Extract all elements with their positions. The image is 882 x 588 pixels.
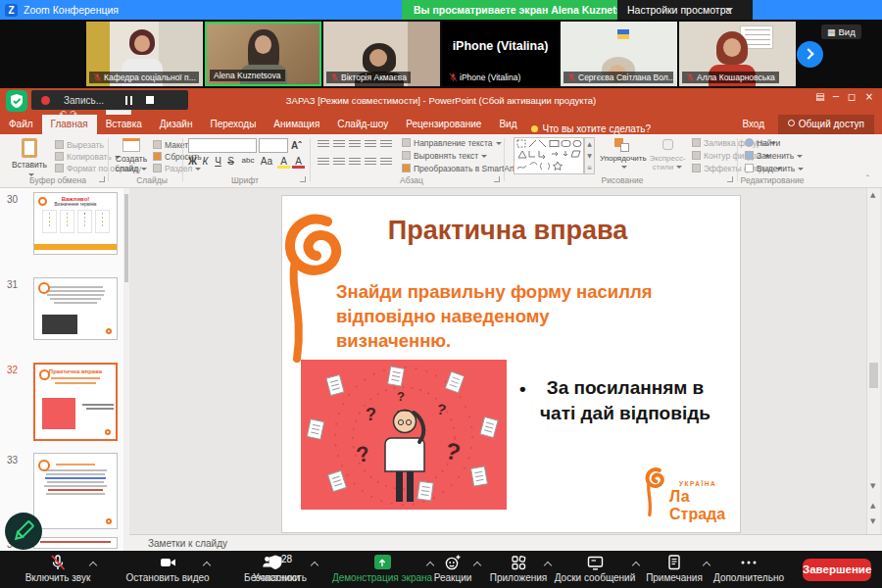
video-tile[interactable]: Алла Кошарновська bbox=[679, 22, 796, 86]
slide-thumbnail-30[interactable]: Важливо! Визначення термінів bbox=[33, 192, 118, 255]
tab-review[interactable]: Рецензирование bbox=[397, 115, 490, 134]
scroll-up-icon[interactable]: ▲ bbox=[870, 191, 875, 199]
more-dots-icon bbox=[739, 554, 759, 571]
video-tile[interactable]: Вікторія Акмаєва bbox=[323, 22, 440, 86]
restore-icon[interactable]: ◻ bbox=[843, 91, 860, 102]
logo-country-label: УКРАЇНА bbox=[679, 480, 716, 487]
highlight-color-button[interactable]: А bbox=[277, 156, 290, 169]
alignment-buttons[interactable] bbox=[318, 158, 396, 169]
video-tile[interactable]: Сергєєва Світлана Вол... bbox=[561, 22, 677, 86]
participants-button[interactable]: 28 Участники bbox=[231, 554, 321, 583]
justify-icon bbox=[365, 158, 376, 167]
strikethrough-button[interactable]: S bbox=[224, 156, 237, 167]
slide-thumbnail-34-partial[interactable] bbox=[33, 537, 118, 549]
slide-thumbnail-31[interactable] bbox=[33, 277, 118, 340]
slide-thumbnail-32-selected[interactable]: Практична вправа bbox=[33, 363, 118, 441]
tab-home[interactable]: Главная bbox=[42, 115, 97, 134]
change-case-button[interactable]: Аа bbox=[258, 156, 275, 167]
paragraph-dialog-launcher[interactable] bbox=[494, 176, 500, 182]
share-screen-icon bbox=[374, 555, 391, 569]
grow-font-button[interactable]: Аˆ bbox=[291, 140, 302, 151]
stop-recording-icon[interactable] bbox=[146, 96, 154, 104]
reactions-label: Реакции bbox=[425, 572, 480, 583]
replace-button[interactable]: Заменить bbox=[745, 151, 803, 161]
slide-thumbnail-panel[interactable]: 30 Важливо! Визначення термінів 31 bbox=[0, 188, 129, 551]
shapes-gallery-scroll[interactable]: ▲▼≡ bbox=[584, 137, 595, 174]
group-divider bbox=[504, 138, 505, 181]
font-dialog-launcher[interactable] bbox=[300, 176, 306, 182]
recording-label: Запись... bbox=[64, 95, 104, 106]
share-button[interactable]: Общий доступ bbox=[778, 115, 874, 134]
font-group-label: Шрифт bbox=[211, 175, 279, 185]
tab-transitions[interactable]: Переходы bbox=[201, 115, 265, 134]
whiteboards-button[interactable]: Доски сообщений bbox=[549, 554, 641, 583]
apps-icon bbox=[510, 554, 527, 571]
tab-animations[interactable]: Анимация bbox=[265, 115, 328, 134]
tab-design[interactable]: Дизайн bbox=[151, 115, 202, 134]
previous-slide-button[interactable]: ▲ bbox=[870, 502, 875, 510]
font-size-combobox[interactable] bbox=[259, 138, 288, 153]
close-icon[interactable]: × bbox=[860, 91, 878, 102]
thumbnail-scrollbar[interactable] bbox=[123, 188, 129, 551]
slide-thumbnail-33[interactable] bbox=[33, 453, 118, 529]
tab-view[interactable]: Вид bbox=[490, 115, 525, 134]
next-slide-button[interactable]: ▼ bbox=[870, 517, 875, 525]
video-tile[interactable]: iPhone (Vitalina) iPhone (Vitalina) bbox=[442, 22, 559, 86]
bold-button[interactable]: Ж bbox=[186, 156, 199, 167]
font-name-combobox[interactable] bbox=[188, 138, 257, 153]
annotate-button[interactable] bbox=[5, 513, 42, 550]
paste-button[interactable]: Вставить bbox=[8, 138, 51, 179]
slide-area-scrollbar[interactable]: ▲ ▼ ▲ ▼ bbox=[866, 188, 880, 534]
tell-me-box[interactable]: Что вы хотите сделать? bbox=[531, 123, 651, 134]
sign-in-link[interactable]: Вход bbox=[742, 119, 764, 129]
smartart-button[interactable]: Преобразовать в SmartArt bbox=[402, 164, 523, 173]
svg-text:?: ? bbox=[366, 405, 376, 424]
clipboard-dialog-launcher[interactable] bbox=[99, 176, 105, 182]
cut-button[interactable]: Вырезать bbox=[55, 140, 104, 150]
notes-pane[interactable]: Заметки к слайду bbox=[129, 534, 882, 551]
align-left-icon bbox=[318, 158, 329, 167]
collapse-ribbon-button[interactable]: ˆ bbox=[866, 173, 869, 183]
tab-file[interactable]: Файл bbox=[0, 115, 42, 134]
character-spacing-button[interactable]: abc bbox=[238, 156, 258, 165]
slide-canvas[interactable]: Практична вправа Знайди правильну форму … bbox=[282, 196, 740, 532]
share-screen-button[interactable]: Демонстрация экрана bbox=[325, 554, 439, 583]
smartart-label: Преобразовать в SmartArt bbox=[414, 164, 514, 173]
stop-video-button[interactable]: Остановить видео bbox=[114, 554, 221, 583]
quick-styles-button[interactable]: Экспресс- стили bbox=[647, 138, 688, 172]
select-button[interactable]: Выделить bbox=[745, 164, 804, 173]
mic-muted-icon bbox=[449, 73, 458, 82]
font-color-button[interactable]: А bbox=[292, 156, 305, 169]
tab-slideshow[interactable]: Слайд-шоу bbox=[328, 115, 397, 134]
shapes-gallery[interactable] bbox=[514, 137, 584, 174]
reactions-button[interactable]: Реакции bbox=[425, 554, 480, 583]
end-meeting-button[interactable]: Завершение bbox=[803, 559, 871, 581]
scrollbar-thumb[interactable] bbox=[124, 194, 128, 282]
find-button[interactable]: Найти bbox=[745, 138, 780, 148]
indent-decrease-icon bbox=[349, 140, 361, 149]
underline-button[interactable]: Ч bbox=[212, 156, 224, 167]
select-icon bbox=[745, 164, 754, 172]
gallery-view-button[interactable]: ▦Вид bbox=[821, 24, 861, 39]
copy-button[interactable]: Копировать bbox=[55, 152, 121, 162]
arrange-button[interactable]: Упорядочить bbox=[600, 138, 645, 172]
pause-recording-icon[interactable] bbox=[125, 96, 132, 105]
mic-muted-icon bbox=[686, 73, 695, 82]
align-text-button[interactable]: Выровнять текст bbox=[402, 151, 487, 161]
text-direction-button[interactable]: Направление текста bbox=[402, 138, 502, 148]
scrollbar-thumb[interactable] bbox=[869, 363, 878, 388]
text-direction-icon bbox=[402, 138, 411, 147]
apps-button[interactable]: Приложения bbox=[484, 554, 553, 583]
video-tile-active-speaker[interactable]: Alena Kuznetsova bbox=[205, 22, 321, 86]
mic-muted-icon bbox=[49, 554, 67, 571]
new-slide-button[interactable]: Создать слайд bbox=[112, 138, 151, 173]
notes-button[interactable]: Примечания bbox=[639, 554, 710, 583]
next-participants-button[interactable] bbox=[797, 41, 823, 68]
more-button[interactable]: Дополнительно bbox=[708, 554, 790, 583]
tab-insert[interactable]: Вставка bbox=[97, 115, 151, 134]
video-tile[interactable]: Кафедра соціальної п... bbox=[86, 22, 203, 86]
scroll-down-icon[interactable]: ▼ bbox=[870, 482, 875, 490]
unmute-button[interactable]: Включить звук bbox=[6, 554, 110, 583]
bullets-button[interactable] bbox=[318, 140, 396, 151]
italic-button[interactable]: К bbox=[199, 156, 212, 167]
